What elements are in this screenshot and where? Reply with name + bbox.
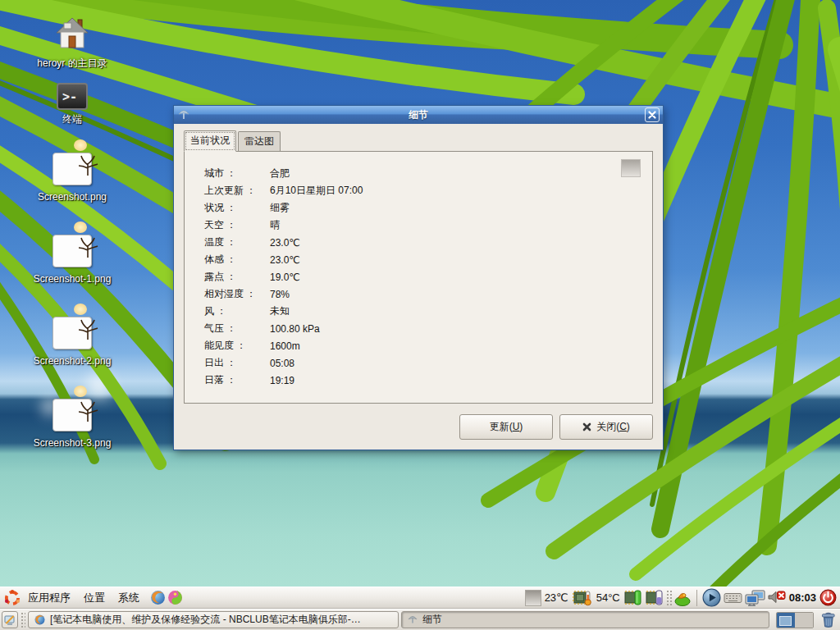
- tasklist-drag-handle[interactable]: [21, 612, 25, 628]
- image-file-icon: [52, 399, 92, 431]
- task-label: [笔记本电脑使用、维护及保修经验交流 - NBCLUB笔记本电脑俱乐部-…: [50, 613, 361, 627]
- ubuntu-menu-icon[interactable]: [3, 589, 21, 607]
- panel-applet-area: 23℃ 54°C: [525, 588, 837, 607]
- firefox-launcher-icon[interactable]: [149, 589, 167, 606]
- dialog-titlebar[interactable]: 细节: [174, 106, 663, 124]
- weather-row-last-update: 上次更新 ：6月10日星期日 07:00: [185, 182, 652, 199]
- workspace-window-thumb: [779, 616, 792, 626]
- desktop-icon-screenshot-2[interactable]: Screenshot-2.png: [15, 317, 130, 367]
- top-panel: 应用程序 位置 系统 23℃ 54°C: [0, 587, 840, 609]
- trash-applet-icon[interactable]: [821, 611, 836, 628]
- window-list-bar: [笔记本电脑使用、维护及保修经验交流 - NBCLUB笔记本电脑俱乐部-… 细节: [0, 609, 840, 630]
- weather-row-dew-point: 露点 ：19.0℃: [185, 268, 652, 285]
- cpu-temperature-value[interactable]: 54°C: [596, 591, 621, 604]
- desktop-icon-label: Screenshot.png: [15, 191, 130, 203]
- home-icon: [55, 16, 89, 54]
- desktop-icon-label: Screenshot-3.png: [15, 437, 130, 449]
- dialog-button-row: 更新(U) 关闭(C): [459, 414, 653, 440]
- tab-bar: 当前状况 雷达图: [184, 133, 653, 151]
- desktop-icon-home[interactable]: heroyr 的主目录: [15, 16, 130, 71]
- close-icon: [648, 111, 656, 119]
- firefox-task-icon: [34, 614, 46, 626]
- power-quit-icon[interactable]: [819, 589, 837, 606]
- volume-muted-icon[interactable]: [768, 590, 786, 605]
- workspace-switcher: [776, 612, 814, 628]
- close-button[interactable]: 关闭(C): [559, 414, 653, 440]
- clock-applet[interactable]: 08:03: [788, 591, 817, 604]
- weather-row-humidity: 相对湿度 ：78%: [185, 285, 652, 303]
- weather-row-visibility: 能见度 ：1600m: [185, 337, 652, 354]
- desktop-icon-screenshot-1[interactable]: Screenshot-1.png: [15, 235, 130, 285]
- current-conditions-page: 城市 ：合肥 上次更新 ：6月10日星期日 07:00 状况 ：细雾 天空 ：晴…: [184, 151, 653, 404]
- update-button[interactable]: 更新(U): [459, 414, 553, 440]
- clouds: [0, 0, 2, 2]
- tab-radar-map[interactable]: 雷达图: [238, 131, 281, 151]
- image-file-icon: [52, 235, 92, 267]
- tab-current-conditions[interactable]: 当前状况: [184, 130, 236, 152]
- task-label: 细节: [422, 613, 442, 627]
- media-player-applet-icon[interactable]: [702, 588, 721, 607]
- close-x-icon: [582, 422, 591, 431]
- keyboard-applet-icon[interactable]: [724, 591, 742, 605]
- weather-applet-temp[interactable]: 23℃: [544, 591, 569, 604]
- close-window-button[interactable]: [645, 107, 660, 122]
- weather-row-temperature: 温度 ：23.0℃: [185, 234, 652, 251]
- desktop-icon-label: heroyr 的主目录: [15, 57, 130, 71]
- weather-details-dialog: 细节 当前状况 雷达图 城市 ：合肥 上次更新 ：6月10日星期日 07:00 …: [173, 105, 664, 450]
- weather-row-wind: 风 ：未知: [185, 303, 652, 320]
- show-desktop-button[interactable]: [2, 611, 18, 628]
- battery-applet-icon[interactable]: [645, 589, 664, 606]
- weather-row-sky: 天空 ：晴: [185, 217, 652, 234]
- image-file-icon: [52, 317, 92, 349]
- weather-applet-icon[interactable]: [525, 590, 541, 606]
- weather-row-feels-like: 体感 ：23.0℃: [185, 251, 652, 268]
- cpu-monitor-applet-icon[interactable]: [623, 589, 642, 606]
- task-button-details[interactable]: 细节: [401, 611, 769, 628]
- desktop-icon-screenshot[interactable]: Screenshot.png: [15, 153, 130, 203]
- panel-separator: [696, 590, 697, 606]
- weather-row-sunrise: 日出 ：05:08: [185, 354, 652, 372]
- menu-applications[interactable]: 应用程序: [21, 589, 77, 607]
- show-desktop-icon: [4, 614, 16, 626]
- desktop-icon-label: Screenshot-1.png: [15, 273, 130, 285]
- menu-places[interactable]: 位置: [77, 589, 112, 607]
- cpu-temperature-sensor-icon[interactable]: [572, 589, 593, 606]
- weather-row-sunset: 日落 ：19:19: [185, 372, 652, 389]
- dialog-body: 当前状况 雷达图 城市 ：合肥 上次更新 ：6月10日星期日 07:00 状况 …: [174, 124, 663, 450]
- weather-image-placeholder: [621, 159, 641, 177]
- desktop: heroyr 的主目录 >- 终端 Screenshot.png Screen: [0, 0, 840, 630]
- network-monitors-icon[interactable]: [745, 590, 765, 606]
- dialog-title: 细节: [174, 108, 663, 122]
- menu-system[interactable]: 系统: [112, 589, 146, 607]
- weather-row-condition: 状况 ：细雾: [185, 199, 652, 217]
- weather-row-pressure: 气压 ：100.80 kPa: [185, 320, 652, 337]
- desktop-icon-terminal[interactable]: >- 终端: [15, 83, 130, 126]
- desktop-icon-screenshot-3[interactable]: Screenshot-3.png: [15, 399, 130, 449]
- image-file-icon: [52, 153, 92, 185]
- workspace-1[interactable]: [777, 613, 795, 628]
- applet-drag-handle[interactable]: [666, 590, 672, 606]
- app-launcher-icon[interactable]: [167, 589, 184, 606]
- desktop-icon-label: Screenshot-2.png: [15, 355, 130, 367]
- task-button-firefox[interactable]: [笔记本电脑使用、维护及保修经验交流 - NBCLUB笔记本电脑俱乐部-…: [28, 611, 399, 628]
- terminal-icon: >-: [57, 83, 88, 110]
- desktop-icon-label: 终端: [15, 112, 130, 126]
- weather-row-city: 城市 ：合肥: [185, 165, 652, 182]
- input-method-applet-icon[interactable]: [674, 590, 692, 606]
- workspace-2[interactable]: [795, 613, 813, 628]
- weather-task-icon: [407, 614, 418, 625]
